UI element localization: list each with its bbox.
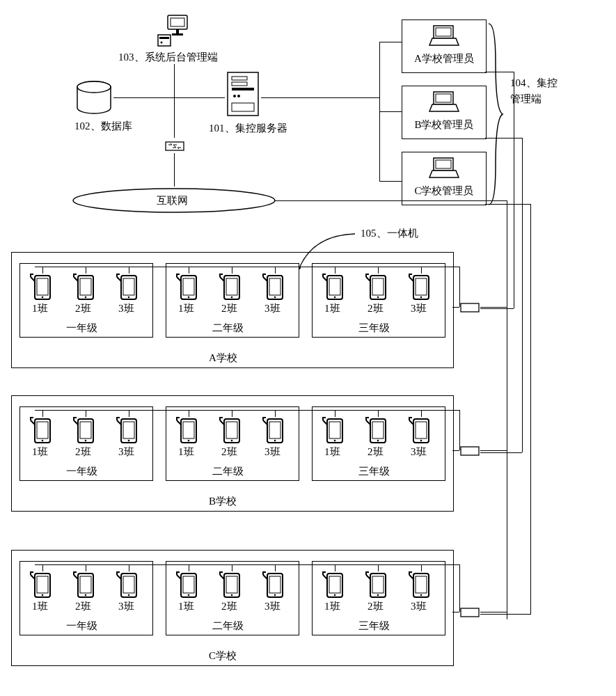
ctrl-term-label: 104、集控 管理端 (510, 75, 558, 106)
tablet-icon (408, 271, 432, 302)
svg-rect-107 (416, 576, 427, 593)
svg-rect-47 (329, 278, 340, 295)
tablet-icon (262, 415, 285, 445)
tablet-icon (175, 415, 199, 445)
tablet-device (72, 271, 96, 305)
tablet-device (262, 271, 285, 305)
laptop-icon (428, 157, 460, 180)
svg-point-51 (377, 296, 379, 299)
svg-rect-26 (461, 447, 479, 455)
svg-rect-12 (232, 88, 254, 90)
svg-rect-4 (158, 35, 171, 46)
svg-rect-65 (183, 422, 194, 438)
tablet-device (365, 415, 388, 448)
admin-c-box: C学校管理员 (402, 152, 487, 205)
tablet-icon (262, 569, 285, 600)
svg-rect-77 (372, 422, 384, 438)
svg-rect-21 (436, 94, 451, 102)
svg-point-13 (233, 95, 236, 97)
server-icon (225, 70, 261, 118)
class-label: 2班 (75, 445, 91, 459)
svg-point-105 (377, 594, 379, 596)
grade-label: 三年级 (358, 322, 390, 335)
svg-rect-83 (37, 576, 48, 593)
class-label: 2班 (368, 600, 384, 613)
grade-label: 三年级 (358, 619, 390, 633)
svg-rect-23 (436, 160, 451, 168)
tablet-device (219, 271, 242, 305)
svg-rect-86 (80, 576, 91, 593)
svg-point-33 (85, 296, 87, 299)
school-c-title: C学校 (209, 649, 237, 663)
svg-point-14 (237, 95, 240, 97)
tablet-device (72, 569, 96, 603)
tablet-icon (262, 271, 285, 302)
tablet-icon (72, 569, 96, 600)
svg-rect-62 (123, 422, 134, 438)
svg-point-108 (420, 594, 422, 596)
class-label: 2班 (221, 302, 237, 315)
svg-rect-101 (329, 576, 340, 593)
tablet-device (29, 569, 53, 603)
svg-rect-1 (171, 18, 184, 26)
svg-rect-3 (172, 33, 183, 35)
tablet-icon (322, 569, 345, 600)
class-label: 3班 (118, 445, 134, 459)
database-icon (75, 80, 113, 115)
svg-point-66 (188, 440, 190, 442)
svg-point-75 (334, 440, 336, 442)
grade-label: 二年级 (212, 465, 244, 478)
tablet-device (175, 569, 199, 603)
svg-point-84 (42, 594, 44, 596)
class-label: 3班 (411, 445, 427, 459)
tablet-icon (219, 415, 242, 445)
svg-rect-41 (226, 278, 237, 295)
admin-c-label: C学校管理员 (402, 184, 486, 198)
class-label: 1班 (324, 600, 340, 613)
class-label: 2班 (221, 600, 237, 613)
tablet-icon (116, 415, 139, 445)
svg-point-48 (334, 296, 336, 299)
tablet-device (175, 415, 199, 448)
svg-point-81 (420, 440, 422, 442)
svg-rect-19 (436, 28, 451, 36)
desktop-computer-icon (157, 14, 191, 49)
class-label: 2班 (75, 302, 91, 315)
class-label: 1班 (32, 600, 48, 613)
tablet-icon (408, 569, 432, 600)
switch-icon (164, 138, 185, 153)
svg-rect-29 (37, 278, 48, 295)
svg-rect-44 (269, 278, 281, 295)
svg-rect-35 (123, 278, 134, 295)
svg-point-99 (274, 594, 276, 596)
svg-rect-32 (80, 278, 91, 295)
svg-rect-92 (183, 576, 194, 593)
tablet-icon (408, 415, 432, 445)
class-label: 3班 (264, 445, 281, 459)
switch-icon (459, 299, 480, 315)
tablet-device (408, 569, 432, 603)
tablet-icon (219, 271, 242, 302)
grade-label: 一年级 (66, 322, 97, 335)
class-label: 2班 (221, 445, 237, 459)
svg-point-6 (161, 42, 163, 44)
svg-rect-80 (416, 422, 427, 438)
svg-rect-74 (329, 422, 340, 438)
tablet-device (29, 271, 53, 305)
tablet-icon (116, 569, 139, 600)
tablet-device (175, 271, 199, 305)
grade-label: 一年级 (66, 465, 97, 478)
svg-rect-95 (226, 576, 237, 593)
svg-rect-10 (232, 77, 247, 80)
tablet-icon (219, 569, 242, 600)
class-label: 1班 (32, 445, 48, 459)
grade-label: 一年级 (66, 619, 97, 633)
internet-label: 互联网 (157, 194, 188, 207)
class-label: 1班 (178, 302, 194, 315)
tablet-device (408, 271, 432, 305)
svg-rect-38 (183, 278, 194, 295)
admin-b-box: B学校管理员 (402, 86, 487, 139)
admin-b-label: B学校管理员 (402, 118, 486, 132)
class-label: 2班 (75, 600, 91, 613)
tablet-icon (365, 569, 388, 600)
